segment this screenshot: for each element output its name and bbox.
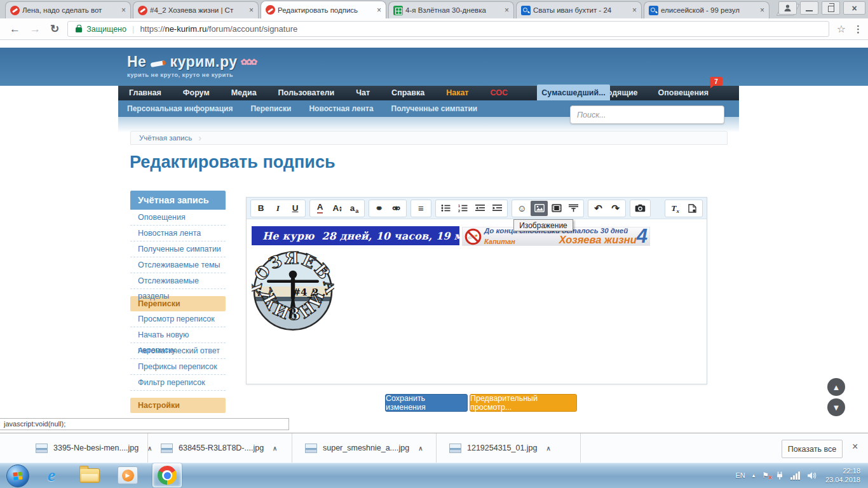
language-indicator[interactable]: EN xyxy=(735,471,745,479)
align-icon[interactable]: ≡ xyxy=(412,201,430,216)
scroll-to-top-button[interactable]: ▲ xyxy=(827,378,845,396)
remove-format-button[interactable]: Tx xyxy=(667,201,684,216)
taskbar-media-player[interactable]: ▶ xyxy=(113,463,142,487)
subnav-personal-info[interactable]: Персональная информация xyxy=(118,100,241,117)
nav-item-sos[interactable]: СОС xyxy=(479,86,518,100)
browser-tab-5[interactable]: Сваты иван бухтит - 24 × xyxy=(516,1,642,18)
text-color-button[interactable]: A xyxy=(311,201,329,216)
download-menu-chevron-icon[interactable]: ∧ xyxy=(546,445,551,452)
browser-tab-6[interactable]: елисеейской - 99 резул × xyxy=(644,1,770,18)
page-settings-icon[interactable] xyxy=(684,201,701,216)
insert-media-icon[interactable] xyxy=(548,201,565,216)
sidebar-item-news-feed[interactable]: Новостная лента xyxy=(130,226,226,241)
insert-image-button[interactable] xyxy=(531,201,548,216)
url-omnibox[interactable]: Защищено | https://ne-kurim.ru/forum/acc… xyxy=(67,21,829,37)
save-changes-button[interactable]: Сохранить изменения xyxy=(385,394,468,412)
forward-icon[interactable]: → xyxy=(30,23,41,36)
preview-button[interactable]: Предварительный просмотр... xyxy=(470,394,577,412)
restore-button[interactable] xyxy=(822,1,840,15)
sidebar-item-watched-threads[interactable]: Отслеживаемые темы xyxy=(130,257,226,273)
italic-button[interactable]: I xyxy=(269,201,287,216)
nav-item-forum[interactable]: Форум xyxy=(172,86,220,100)
outdent-icon[interactable] xyxy=(471,201,489,216)
site-logo[interactable]: Не курим.ру ✿✿✿ курить не круто, круто н… xyxy=(127,53,255,78)
quote-block-icon[interactable] xyxy=(565,201,582,216)
sidebar-item-likes[interactable]: Полученные симпатии xyxy=(130,241,226,257)
signature-counter-banner[interactable]: Не курю 28 дней, 10 часов, 19 минут xyxy=(252,226,459,245)
show-all-downloads-button[interactable]: Показать все xyxy=(782,440,843,458)
sidebar-item-watched-forums[interactable]: Отслеживаемые разделы xyxy=(130,273,226,289)
tab-close-icon[interactable]: × xyxy=(505,6,509,14)
subnav-likes[interactable]: Полученные симпатии xyxy=(383,100,487,117)
taskbar-internet-explorer[interactable]: e xyxy=(37,463,66,487)
indent-icon[interactable] xyxy=(489,201,506,216)
tab-close-icon[interactable]: × xyxy=(249,6,254,14)
downloads-bar-close-icon[interactable]: × xyxy=(852,441,858,452)
sidebar-item-auto-reply[interactable]: Автоматический ответ xyxy=(130,343,226,359)
team-emblem-image[interactable]: ХОЗЯЕВА ЖИЗНИ #4_2 xyxy=(252,250,334,332)
tab-close-icon[interactable]: × xyxy=(632,6,637,14)
tab-close-icon[interactable]: × xyxy=(121,6,126,14)
download-menu-chevron-icon[interactable]: ∧ xyxy=(273,445,277,452)
reload-icon[interactable]: ↻ xyxy=(50,22,59,36)
font-size-button[interactable]: A▴▾ xyxy=(329,201,346,216)
download-item-2[interactable]: 638455-R3L8T8D-....jpg ∧ xyxy=(148,433,292,463)
browser-tab-3-active[interactable]: Редактировать подпись × xyxy=(261,1,386,18)
power-plug-icon[interactable] xyxy=(776,471,783,480)
window-close-button[interactable]: × xyxy=(843,1,865,15)
nav-item-help[interactable]: Справка xyxy=(381,86,435,100)
profile-button[interactable] xyxy=(778,1,797,15)
browser-tab-4[interactable]: 4-я Взлётная 30-дневка × xyxy=(388,1,514,18)
bookmark-star-icon[interactable]: ☆ xyxy=(837,23,846,35)
taskbar-clock[interactable]: 22:18 23.04.2018 xyxy=(825,466,860,484)
nav-item-media[interactable]: Медиа xyxy=(220,86,268,100)
nav-item-users[interactable]: Пользователи xyxy=(268,86,346,100)
download-item-1[interactable]: 3395-Ne-besi-men....jpg ∧ xyxy=(0,433,148,463)
smiley-icon[interactable]: ☺ xyxy=(513,201,531,216)
action-center-flag-icon[interactable]: ⚑× xyxy=(762,471,769,480)
taskbar-file-explorer[interactable] xyxy=(75,463,104,487)
numbered-list-icon[interactable]: 12 xyxy=(454,201,471,216)
camera-screenshot-icon[interactable] xyxy=(632,201,649,216)
nav-item-chat[interactable]: Чат xyxy=(345,86,381,100)
bold-button[interactable]: B xyxy=(252,201,269,216)
start-button[interactable] xyxy=(6,464,29,487)
download-menu-chevron-icon[interactable]: ∧ xyxy=(418,445,423,452)
sidebar-item-start-conversation[interactable]: Начать новую переписку xyxy=(130,327,226,343)
sidebar-item-conversation-prefixes[interactable]: Префиксы переписок xyxy=(130,359,226,375)
search-input[interactable] xyxy=(570,105,724,124)
bullet-list-icon[interactable] xyxy=(437,201,454,216)
tab-close-icon[interactable]: × xyxy=(760,6,764,14)
insert-link-icon[interactable]: ⚭ xyxy=(370,201,388,216)
browser-tab-2[interactable]: #4_2 Хозяева жизни | Ст × xyxy=(133,1,259,18)
redo-icon[interactable]: ↷ xyxy=(607,201,624,216)
tab-title: #4_2 Хозяева жизни | Ст xyxy=(150,6,247,14)
sidebar-item-view-conversations[interactable]: Просмотр переписок xyxy=(130,311,226,327)
sidebar-item-conversation-filter[interactable]: Фильтр переписок xyxy=(130,375,226,391)
nav-item-glavnaya[interactable]: Главная xyxy=(118,86,172,100)
download-item-3[interactable]: super_smeshnie_a....jpg ∧ xyxy=(292,433,437,463)
underline-button[interactable]: U xyxy=(287,201,304,216)
sidebar-item-alerts[interactable]: Оповещения xyxy=(130,210,226,226)
minimize-button[interactable] xyxy=(800,1,818,15)
browser-menu-icon[interactable]: ⋮ xyxy=(853,24,863,35)
scroll-to-bottom-button[interactable]: ▼ xyxy=(827,398,845,416)
download-item-4[interactable]: 1219254315_01.jpg ∧ xyxy=(437,433,581,463)
browser-tab-1[interactable]: Лена, надо сделать вот × xyxy=(5,1,131,18)
tab-close-icon[interactable]: × xyxy=(377,6,381,14)
subnav-conversations[interactable]: Переписки xyxy=(241,100,300,117)
subnav-news-feed[interactable]: Новостная лента xyxy=(300,100,382,117)
undo-icon[interactable]: ↶ xyxy=(590,201,607,216)
breadcrumb-account-link[interactable]: Учётная запись xyxy=(139,134,192,142)
unlink-icon[interactable]: ⚮ xyxy=(388,201,405,216)
volume-icon[interactable] xyxy=(807,471,817,480)
font-family-button[interactable]: aa xyxy=(346,201,363,216)
nav-item-nakat[interactable]: Накат xyxy=(435,86,479,100)
nav-item-alerts[interactable]: Оповещения xyxy=(648,86,719,100)
network-signal-icon[interactable] xyxy=(790,471,800,480)
hidden-icons-arrow-icon[interactable]: ▴ xyxy=(752,472,756,478)
taskbar-chrome-active[interactable] xyxy=(153,463,182,487)
back-icon[interactable]: ← xyxy=(10,23,20,36)
username-tab[interactable]: Сумасшедший... xyxy=(537,85,610,100)
ne-kurim-favicon xyxy=(266,5,275,15)
